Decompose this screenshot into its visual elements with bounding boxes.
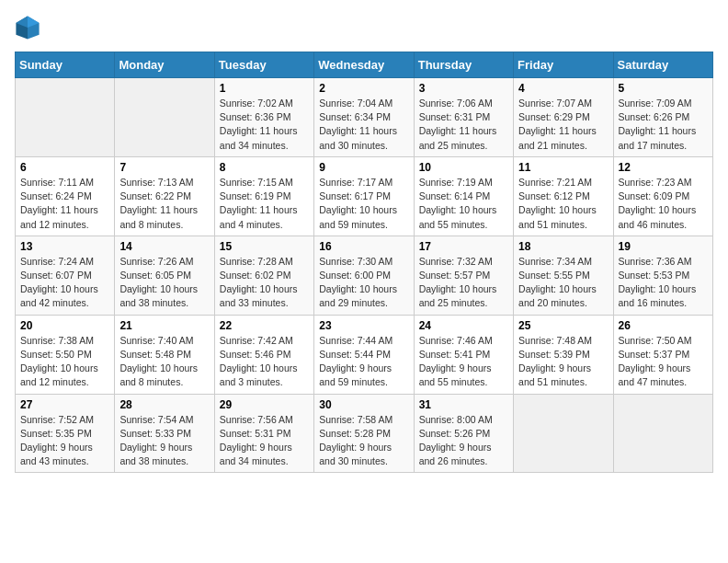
- day-info: Sunrise: 7:42 AM Sunset: 5:46 PM Dayligh…: [220, 334, 309, 390]
- table-row: [115, 78, 214, 157]
- day-number: 20: [20, 319, 109, 332]
- table-row: [613, 394, 712, 473]
- day-number: 17: [419, 240, 508, 253]
- day-info: Sunrise: 7:19 AM Sunset: 6:14 PM Dayligh…: [419, 176, 508, 232]
- calendar-week-5: 27Sunrise: 7:52 AM Sunset: 5:35 PM Dayli…: [16, 394, 713, 473]
- table-row: 28Sunrise: 7:54 AM Sunset: 5:33 PM Dayli…: [115, 394, 214, 473]
- day-info: Sunrise: 7:26 AM Sunset: 6:05 PM Dayligh…: [119, 255, 209, 311]
- day-number: 29: [220, 398, 309, 411]
- day-info: Sunrise: 7:06 AM Sunset: 6:31 PM Dayligh…: [419, 97, 508, 153]
- table-row: 6Sunrise: 7:11 AM Sunset: 6:24 PM Daylig…: [16, 156, 115, 236]
- day-number: 27: [20, 398, 109, 411]
- day-info: Sunrise: 7:46 AM Sunset: 5:41 PM Dayligh…: [419, 334, 508, 390]
- table-row: 31Sunrise: 8:00 AM Sunset: 5:26 PM Dayli…: [414, 394, 513, 473]
- calendar-table: SundayMondayTuesdayWednesdayThursdayFrid…: [15, 52, 713, 473]
- day-info: Sunrise: 7:11 AM Sunset: 6:24 PM Dayligh…: [20, 176, 109, 232]
- table-row: 23Sunrise: 7:44 AM Sunset: 5:44 PM Dayli…: [314, 315, 414, 394]
- day-info: Sunrise: 7:07 AM Sunset: 6:29 PM Dayligh…: [518, 97, 608, 153]
- day-number: 7: [119, 161, 209, 174]
- day-info: Sunrise: 7:50 AM Sunset: 5:37 PM Dayligh…: [619, 334, 708, 390]
- day-number: 26: [619, 319, 708, 332]
- day-info: Sunrise: 7:34 AM Sunset: 5:55 PM Dayligh…: [518, 255, 608, 311]
- table-row: 24Sunrise: 7:46 AM Sunset: 5:41 PM Dayli…: [414, 315, 513, 394]
- table-row: 4Sunrise: 7:07 AM Sunset: 6:29 PM Daylig…: [514, 78, 613, 157]
- weekday-header-thursday: Thursday: [414, 52, 513, 78]
- day-info: Sunrise: 7:30 AM Sunset: 6:00 PM Dayligh…: [319, 255, 408, 311]
- table-row: 14Sunrise: 7:26 AM Sunset: 6:05 PM Dayli…: [115, 236, 214, 315]
- logo-icon: [15, 15, 40, 40]
- table-row: 9Sunrise: 7:17 AM Sunset: 6:17 PM Daylig…: [314, 156, 414, 236]
- day-number: 21: [119, 319, 209, 332]
- table-row: [514, 394, 613, 473]
- weekday-header-sunday: Sunday: [16, 52, 115, 78]
- table-row: 13Sunrise: 7:24 AM Sunset: 6:07 PM Dayli…: [16, 236, 115, 315]
- day-info: Sunrise: 7:24 AM Sunset: 6:07 PM Dayligh…: [20, 255, 109, 311]
- day-number: 1: [220, 82, 309, 95]
- day-info: Sunrise: 7:40 AM Sunset: 5:48 PM Dayligh…: [119, 334, 209, 390]
- weekday-header-wednesday: Wednesday: [314, 52, 414, 78]
- day-info: Sunrise: 7:04 AM Sunset: 6:34 PM Dayligh…: [319, 97, 408, 153]
- table-row: 26Sunrise: 7:50 AM Sunset: 5:37 PM Dayli…: [613, 315, 712, 394]
- day-number: 8: [220, 161, 309, 174]
- day-number: 23: [319, 319, 408, 332]
- day-number: 15: [220, 240, 309, 253]
- table-row: 1Sunrise: 7:02 AM Sunset: 6:36 PM Daylig…: [214, 78, 313, 157]
- table-row: 30Sunrise: 7:58 AM Sunset: 5:28 PM Dayli…: [314, 394, 414, 473]
- day-number: 14: [119, 240, 209, 253]
- table-row: 16Sunrise: 7:30 AM Sunset: 6:00 PM Dayli…: [314, 236, 414, 315]
- day-number: 19: [619, 240, 708, 253]
- logo: [15, 15, 44, 40]
- day-number: 16: [319, 240, 408, 253]
- weekday-header-tuesday: Tuesday: [214, 52, 313, 78]
- day-info: Sunrise: 7:28 AM Sunset: 6:02 PM Dayligh…: [220, 255, 309, 311]
- table-row: 20Sunrise: 7:38 AM Sunset: 5:50 PM Dayli…: [16, 315, 115, 394]
- day-number: 18: [518, 240, 608, 253]
- day-number: 25: [518, 319, 608, 332]
- day-number: 10: [419, 161, 508, 174]
- day-number: 2: [319, 82, 408, 95]
- table-row: 3Sunrise: 7:06 AM Sunset: 6:31 PM Daylig…: [414, 78, 513, 157]
- day-number: 13: [20, 240, 109, 253]
- table-row: 21Sunrise: 7:40 AM Sunset: 5:48 PM Dayli…: [115, 315, 214, 394]
- table-row: 7Sunrise: 7:13 AM Sunset: 6:22 PM Daylig…: [115, 156, 214, 236]
- calendar-week-2: 6Sunrise: 7:11 AM Sunset: 6:24 PM Daylig…: [16, 156, 713, 236]
- table-row: 25Sunrise: 7:48 AM Sunset: 5:39 PM Dayli…: [514, 315, 613, 394]
- weekday-header-saturday: Saturday: [613, 52, 712, 78]
- day-info: Sunrise: 7:21 AM Sunset: 6:12 PM Dayligh…: [518, 176, 608, 232]
- day-number: 9: [319, 161, 408, 174]
- day-info: Sunrise: 7:44 AM Sunset: 5:44 PM Dayligh…: [319, 334, 408, 390]
- day-info: Sunrise: 7:17 AM Sunset: 6:17 PM Dayligh…: [319, 176, 408, 232]
- day-info: Sunrise: 7:48 AM Sunset: 5:39 PM Dayligh…: [518, 334, 608, 390]
- day-info: Sunrise: 7:36 AM Sunset: 5:53 PM Dayligh…: [619, 255, 708, 311]
- day-info: Sunrise: 7:09 AM Sunset: 6:26 PM Dayligh…: [619, 97, 708, 153]
- day-info: Sunrise: 7:52 AM Sunset: 5:35 PM Dayligh…: [20, 413, 109, 469]
- day-number: 30: [319, 398, 408, 411]
- day-number: 5: [619, 82, 708, 95]
- day-number: 4: [518, 82, 608, 95]
- day-number: 11: [518, 161, 608, 174]
- weekday-header-monday: Monday: [115, 52, 214, 78]
- table-row: 2Sunrise: 7:04 AM Sunset: 6:34 PM Daylig…: [314, 78, 414, 157]
- day-number: 31: [419, 398, 508, 411]
- day-info: Sunrise: 7:56 AM Sunset: 5:31 PM Dayligh…: [220, 413, 309, 469]
- day-info: Sunrise: 7:13 AM Sunset: 6:22 PM Dayligh…: [119, 176, 209, 232]
- table-row: 15Sunrise: 7:28 AM Sunset: 6:02 PM Dayli…: [214, 236, 313, 315]
- day-info: Sunrise: 7:32 AM Sunset: 5:57 PM Dayligh…: [419, 255, 508, 311]
- calendar-week-3: 13Sunrise: 7:24 AM Sunset: 6:07 PM Dayli…: [16, 236, 713, 315]
- table-row: 17Sunrise: 7:32 AM Sunset: 5:57 PM Dayli…: [414, 236, 513, 315]
- day-info: Sunrise: 7:02 AM Sunset: 6:36 PM Dayligh…: [220, 97, 309, 153]
- day-number: 28: [119, 398, 209, 411]
- page-header: [15, 15, 713, 40]
- day-info: Sunrise: 7:54 AM Sunset: 5:33 PM Dayligh…: [119, 413, 209, 469]
- table-row: 5Sunrise: 7:09 AM Sunset: 6:26 PM Daylig…: [613, 78, 712, 157]
- day-number: 3: [419, 82, 508, 95]
- weekday-header-friday: Friday: [514, 52, 613, 78]
- table-row: 18Sunrise: 7:34 AM Sunset: 5:55 PM Dayli…: [514, 236, 613, 315]
- day-info: Sunrise: 8:00 AM Sunset: 5:26 PM Dayligh…: [419, 413, 508, 469]
- day-number: 6: [20, 161, 109, 174]
- weekday-header-row: SundayMondayTuesdayWednesdayThursdayFrid…: [16, 52, 713, 78]
- table-row: 22Sunrise: 7:42 AM Sunset: 5:46 PM Dayli…: [214, 315, 313, 394]
- day-number: 12: [619, 161, 708, 174]
- table-row: 10Sunrise: 7:19 AM Sunset: 6:14 PM Dayli…: [414, 156, 513, 236]
- calendar-week-4: 20Sunrise: 7:38 AM Sunset: 5:50 PM Dayli…: [16, 315, 713, 394]
